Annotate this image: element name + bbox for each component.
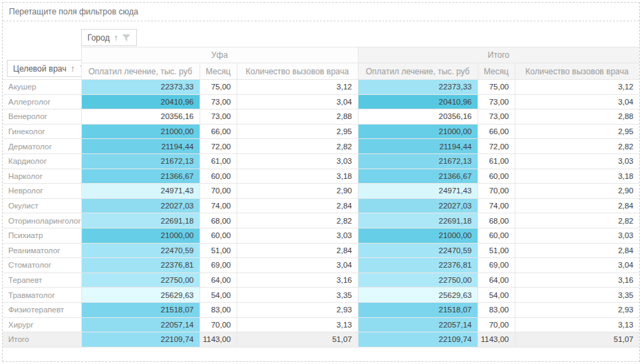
cell-month-total: 1143,00 xyxy=(478,332,515,347)
cell-month: 68,00 xyxy=(200,213,237,228)
cell-paid: 21000,00 xyxy=(81,124,200,139)
measure-header-month-total: Месяц xyxy=(478,63,515,80)
cell-month: 69,00 xyxy=(200,258,237,273)
measure-header-calls: Количество вызовов врача xyxy=(237,63,358,80)
cell-calls: 2,84 xyxy=(237,243,358,258)
row-label: Кардиолог xyxy=(3,153,81,169)
row-label: Окулист xyxy=(3,198,81,213)
row-label: Хирург xyxy=(3,317,81,332)
cell-calls: 3,16 xyxy=(237,272,358,288)
cell-paid: 22691,18 xyxy=(81,213,200,228)
cell-month-total: 60,00 xyxy=(478,169,515,184)
cell-paid-total: 22057,14 xyxy=(358,317,478,332)
row-label: Нарколог xyxy=(3,169,81,184)
cell-month: 73,00 xyxy=(200,94,237,109)
cell-paid: 21518,07 xyxy=(81,302,200,317)
table-row-total: Итого22109,741143,0051,0722109,741143,00… xyxy=(3,332,639,347)
cell-month-total: 70,00 xyxy=(478,317,515,332)
cell-month-total: 73,00 xyxy=(478,94,515,109)
cell-paid: 22373,33 xyxy=(81,80,200,95)
row-field-button[interactable]: Целевой врач ↑ xyxy=(7,60,81,77)
cell-paid-total: 22109,74 xyxy=(358,332,478,347)
cell-calls-total: 2,82 xyxy=(515,139,639,154)
column-group-header-ufa: Уфа xyxy=(81,47,358,63)
table-row: Оториноларинголог22691,1868,002,8222691,… xyxy=(3,213,639,228)
column-fields-area[interactable]: Город ↑ xyxy=(3,21,639,47)
cell-paid-total: 21000,00 xyxy=(358,228,478,243)
table-row: Аллерголог20410,9673,003,0420410,9673,00… xyxy=(3,94,639,109)
cell-paid: 20410,96 xyxy=(81,94,200,109)
filter-drop-zone[interactable]: Перетащите поля фильтров сюда xyxy=(3,3,639,21)
cell-month-total: 64,00 xyxy=(478,272,515,288)
cell-calls-total: 3,03 xyxy=(515,153,639,169)
cell-calls-total: 3,04 xyxy=(515,94,639,109)
cell-month: 70,00 xyxy=(200,317,237,332)
cell-month-total: 60,00 xyxy=(478,228,515,243)
row-label: Терапевт xyxy=(3,272,81,288)
cell-paid-total: 21366,67 xyxy=(358,169,478,184)
column-field-label: Город xyxy=(87,33,109,43)
row-label: Физиотерапевт xyxy=(3,302,81,317)
cell-calls: 3,12 xyxy=(237,80,358,95)
cell-calls-total: 3,03 xyxy=(515,228,639,243)
cell-paid-total: 20410,96 xyxy=(358,94,478,109)
row-label: Итого xyxy=(3,332,81,347)
measure-header-paid: Оплатил лечение, тыс. руб xyxy=(81,63,200,80)
cell-paid-total: 21000,00 xyxy=(358,124,478,139)
cell-month-total: 70,00 xyxy=(478,184,515,199)
cell-paid: 22027,03 xyxy=(81,198,200,213)
cell-paid: 20356,16 xyxy=(81,109,200,125)
cell-calls-total: 3,16 xyxy=(515,272,639,288)
cell-paid-total: 25629,63 xyxy=(358,288,478,303)
row-field-label: Целевой врач xyxy=(13,64,67,74)
cell-month: 64,00 xyxy=(200,272,237,288)
cell-paid: 21366,67 xyxy=(81,169,200,184)
filter-icon[interactable] xyxy=(79,65,82,73)
cell-month: 1143,00 xyxy=(200,332,237,347)
measure-header-paid-total: Оплатил лечение, тыс. руб xyxy=(358,63,478,80)
row-label: Оториноларинголог xyxy=(3,213,81,228)
cell-paid: 22470,59 xyxy=(81,243,200,258)
cell-month: 74,00 xyxy=(200,198,237,213)
cell-calls: 3,13 xyxy=(237,317,358,332)
cell-month-total: 83,00 xyxy=(478,302,515,317)
cell-calls: 2,82 xyxy=(237,139,358,154)
cell-month-total: 73,00 xyxy=(478,109,515,125)
table-row: Хирург22057,1470,003,1322057,1470,003,13 xyxy=(3,317,639,332)
cell-calls: 2,84 xyxy=(237,198,358,213)
table-row: Венеролог20356,1673,002,8820356,1673,002… xyxy=(3,109,639,125)
cell-paid-total: 22750,00 xyxy=(358,272,478,288)
cell-paid: 22750,00 xyxy=(81,272,200,288)
cell-calls-total: 2,95 xyxy=(515,124,639,139)
column-field-button[interactable]: Город ↑ xyxy=(81,29,137,46)
row-header-corner: Целевой врач ↑ xyxy=(3,47,81,80)
cell-month: 75,00 xyxy=(200,80,237,95)
cell-calls-total: 2,93 xyxy=(515,302,639,317)
row-label: Реаниматолог xyxy=(3,243,81,258)
sort-asc-icon[interactable]: ↑ xyxy=(114,34,118,42)
cell-paid-total: 20356,16 xyxy=(358,109,478,125)
cell-paid-total: 21194,44 xyxy=(358,139,478,154)
cell-calls-total: 3,18 xyxy=(515,169,639,184)
cell-paid-total: 22027,03 xyxy=(358,198,478,213)
cell-paid-total: 24971,43 xyxy=(358,184,478,199)
table-row: Терапевт22750,0064,003,1622750,0064,003,… xyxy=(3,272,639,288)
cell-calls: 51,07 xyxy=(237,332,358,347)
cell-month: 54,00 xyxy=(200,288,237,303)
cell-month-total: 66,00 xyxy=(478,124,515,139)
sort-asc-icon[interactable]: ↑ xyxy=(71,65,75,73)
cell-month: 70,00 xyxy=(200,184,237,199)
cell-paid: 25629,63 xyxy=(81,288,200,303)
table-row: Невролог24971,4370,002,9024971,4370,002,… xyxy=(3,184,639,199)
cell-paid-total: 22691,18 xyxy=(358,213,478,228)
cell-month: 60,00 xyxy=(200,169,237,184)
cell-calls-total: 3,12 xyxy=(515,80,639,95)
filter-icon[interactable] xyxy=(122,34,131,42)
cell-calls-total: 51,07 xyxy=(515,332,639,347)
row-label: Стоматолог xyxy=(3,258,81,273)
cell-calls-total: 2,84 xyxy=(515,243,639,258)
cell-paid-total: 21672,13 xyxy=(358,153,478,169)
cell-paid-total: 22373,33 xyxy=(358,80,478,95)
table-row: Травматолог25629,6354,003,3525629,6354,0… xyxy=(3,288,639,303)
row-label: Травматолог xyxy=(3,288,81,303)
